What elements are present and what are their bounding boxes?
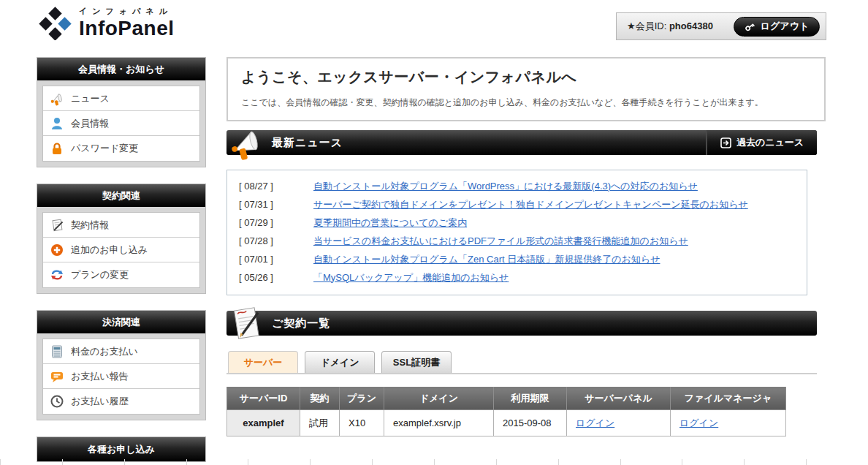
plus-circle-icon [50, 243, 64, 257]
page-title: ようこそ、エックスサーバー・インフォパネルへ [241, 67, 811, 87]
calculator-icon [50, 344, 64, 359]
sidebar-section-title: 契約関連 [37, 184, 205, 207]
sidebar: 会員情報・お知らせ ニュース [37, 57, 206, 465]
news-link[interactable]: 夏季期間中の営業についてのご案内 [313, 216, 467, 230]
member-id: ★会員ID: pho64380 [627, 20, 713, 33]
logout-label: ログアウト [761, 20, 810, 33]
sidebar-item-label: 会員情報 [71, 117, 109, 130]
swap-arrows-icon [50, 268, 64, 282]
news-link[interactable]: サーバーご契約で独自ドメインをプレゼント！独自ドメインプレゼントキャンペーン延長… [313, 198, 748, 211]
sidebar-item-payment-report[interactable]: お支払い報告 [43, 364, 199, 389]
user-icon [50, 116, 64, 131]
contract-icon [50, 218, 64, 232]
news-item: [ 05/26 ] 「MySQLバックアップ」機能追加のお知らせ [239, 268, 795, 287]
sidebar-item-label: 契約情報 [71, 219, 109, 232]
main-content: ようこそ、エックスサーバー・インフォパネルへ ここでは、会員情報の確認・変更、契… [226, 57, 826, 436]
table-row: examplef 試用 X10 examplef.xsrv.jp 2015-09… [227, 410, 786, 436]
sidebar-item-label: 追加のお申し込み [71, 243, 148, 257]
sidebar-item-additional-application[interactable]: 追加のお申し込み [43, 238, 199, 262]
cell-plan: X10 [340, 410, 384, 436]
member-bar: ★会員ID: pho64380 ログアウト [616, 12, 826, 40]
sidebar-section-title: 各種お申し込み [37, 437, 205, 461]
file-manager-login-link[interactable]: ログイン [679, 417, 718, 428]
sidebar-item-label: お支払い報告 [71, 370, 129, 383]
news-item: [ 07/31 ] サーバーご契約で独自ドメインをプレゼント！独自ドメインプレゼ… [239, 195, 795, 213]
news-section-header: 最新ニュース 過去のニュース [226, 130, 817, 155]
news-link[interactable]: 「MySQLバックアップ」機能追加のお知らせ [313, 271, 509, 284]
news-list: [ 08/27 ] 自動インストール対象プログラム「WordPress」における… [226, 170, 807, 295]
sidebar-section-title: 決済関連 [37, 311, 205, 333]
contract-tabs: サーバー ドメイン SSL証明書 [226, 351, 817, 374]
welcome-box: ようこそ、エックスサーバー・インフォパネルへ ここでは、会員情報の確認・変更、契… [226, 57, 826, 121]
key-icon [745, 21, 755, 32]
sidebar-item-payment-history[interactable]: お支払い履歴 [43, 389, 199, 414]
news-link[interactable]: 自動インストール対象プログラム「Zen Cart 日本語版」新規提供終了のお知ら… [313, 253, 660, 266]
member-id-value: pho64380 [669, 20, 713, 31]
megaphone-icon [50, 91, 64, 106]
logout-button[interactable]: ログアウト [734, 17, 820, 37]
column-header-plan: プラン [340, 388, 384, 410]
news-item: [ 07/29 ] 夏季期間中の営業についてのご案内 [239, 213, 795, 232]
sidebar-item-password-change[interactable]: パスワード変更 [43, 136, 199, 161]
sidebar-item-label: お支払い履歴 [71, 395, 129, 408]
server-panel-login-link[interactable]: ログイン [576, 417, 614, 428]
news-date: [ 07/28 ] [239, 235, 293, 246]
news-item: [ 07/01 ] 自動インストール対象プログラム「Zen Cart 日本語版」… [239, 250, 795, 268]
sidebar-item-plan-change[interactable]: プランの変更 [43, 262, 199, 287]
past-news-label: 過去のニュース [736, 136, 804, 149]
sidebar-section-applications[interactable]: 各種お申し込み [37, 436, 206, 462]
infopanel-logo[interactable]: インフォパネル InfoPanel [38, 6, 175, 40]
boxed-arrow-icon [720, 137, 731, 148]
megaphone-large-icon [228, 125, 264, 162]
cell-server-id: examplef [227, 410, 300, 436]
cell-expiry: 2015-09-08 [494, 410, 567, 436]
column-header-domain: ドメイン [384, 388, 494, 410]
sidebar-section-member-info: 会員情報・お知らせ ニュース [37, 57, 206, 167]
contracts-section-header: ご契約一覧 [226, 311, 817, 336]
sidebar-item-news[interactable]: ニュース [43, 86, 199, 111]
logo-diamonds-icon [38, 7, 72, 40]
column-header-server-panel: サーバーパネル [567, 388, 671, 410]
column-header-server-id: サーバーID [227, 388, 300, 410]
sidebar-item-label: ニュース [71, 92, 110, 105]
sidebar-item-fee-payment[interactable]: 料金のお支払い [43, 339, 199, 364]
column-header-expiry: 利用期限 [494, 388, 567, 410]
column-header-file-manager: ファイルマネージャ [671, 388, 786, 410]
logo-name: InfoPanel [79, 18, 175, 39]
cell-domain: examplef.xsrv.jp [384, 410, 494, 436]
footer-table-edge [0, 459, 868, 465]
sidebar-item-member-info[interactable]: 会員情報 [43, 111, 199, 136]
sidebar-item-label: 料金のお支払い [71, 345, 138, 358]
cell-contract: 試用 [300, 410, 340, 436]
clock-icon [50, 394, 64, 409]
news-item: [ 07/28 ] 当サービスの料金お支払いにおけるPDFファイル形式の請求書発… [239, 232, 795, 250]
sidebar-section-contract: 契約関連 契約情報 [37, 184, 206, 294]
sidebar-section-payment: 決済関連 料金のお支払い [37, 310, 206, 420]
tab-ssl-certificate[interactable]: SSL証明書 [381, 351, 452, 373]
sidebar-item-contract-info[interactable]: 契約情報 [43, 213, 199, 238]
tab-domain[interactable]: ドメイン [305, 351, 375, 373]
page-description: ここでは、会員情報の確認・変更、契約情報の確認と追加のお申し込み、料金のお支払い… [241, 97, 811, 109]
sidebar-section-title: 会員情報・お知らせ [37, 58, 205, 80]
news-date: [ 07/01 ] [239, 254, 293, 265]
chat-bubble-icon [50, 369, 64, 384]
notepad-pen-icon [228, 306, 264, 342]
server-contract-table: サーバーID 契約 プラン ドメイン 利用期限 サーバーパネル ファイルマネージ… [226, 387, 786, 436]
sidebar-item-label: プランの変更 [71, 268, 129, 281]
news-date: [ 05/26 ] [239, 272, 293, 283]
tab-server[interactable]: サーバー [228, 351, 298, 373]
news-date: [ 08/27 ] [239, 181, 293, 192]
news-date: [ 07/29 ] [239, 217, 293, 228]
news-item: [ 08/27 ] 自動インストール対象プログラム「WordPress」における… [239, 177, 795, 195]
news-date: [ 07/31 ] [239, 199, 293, 210]
news-link[interactable]: 自動インストール対象プログラム「WordPress」における最新版(4.3)への… [313, 180, 698, 193]
past-news-button[interactable]: 過去のニュース [706, 130, 817, 155]
lock-icon [50, 141, 64, 156]
column-header-contract: 契約 [300, 388, 340, 410]
news-link[interactable]: 当サービスの料金お支払いにおけるPDFファイル形式の請求書発行機能追加のお知らせ [313, 235, 688, 248]
sidebar-item-label: パスワード変更 [71, 142, 138, 155]
logo-kana: インフォパネル [79, 6, 175, 17]
